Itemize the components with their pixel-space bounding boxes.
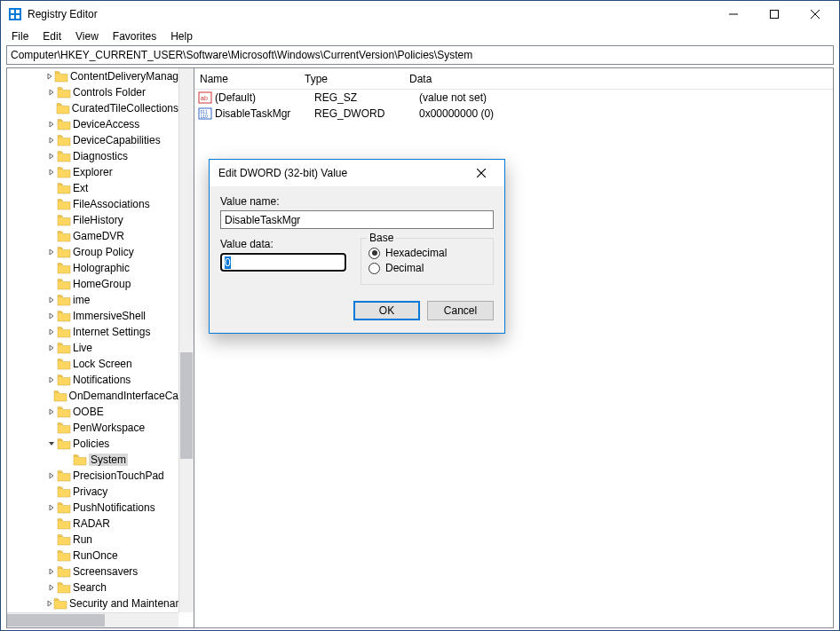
tree-item[interactable]: GameDVR: [7, 228, 178, 244]
tree-item[interactable]: FileAssociations: [7, 196, 178, 212]
tree-item[interactable]: Controls Folder: [7, 84, 178, 100]
tree-item[interactable]: HomeGroup: [7, 276, 178, 292]
tree-item[interactable]: Search: [7, 580, 178, 596]
column-name[interactable]: Name: [194, 69, 299, 89]
expand-icon[interactable]: [46, 120, 57, 130]
tree-item-label: RunOnce: [73, 549, 118, 562]
expand-icon[interactable]: [46, 471, 57, 481]
value-data-label: Value data:: [220, 238, 346, 250]
tree-item-label: Diagnostics: [73, 150, 128, 162]
menu-view[interactable]: View: [70, 28, 104, 44]
tree-item[interactable]: ImmersiveShell: [7, 308, 178, 324]
value-name-input[interactable]: [220, 210, 494, 229]
tree-item[interactable]: Run: [7, 532, 178, 548]
cell-name: DisableTaskMgr: [215, 107, 314, 120]
tree-item[interactable]: Holographic: [7, 260, 178, 276]
expand-icon[interactable]: [46, 168, 57, 177]
expand-icon[interactable]: [46, 599, 53, 609]
tree-item[interactable]: FileHistory: [7, 212, 178, 228]
menu-edit[interactable]: Edit: [37, 28, 67, 44]
tree-item[interactable]: OOBE: [7, 404, 178, 420]
expand-icon[interactable]: [46, 567, 57, 577]
tree-item[interactable]: Ext: [7, 180, 178, 196]
tree-item[interactable]: Privacy: [7, 484, 178, 500]
tree-item-label: Holographic: [73, 262, 130, 274]
base-group: Base Hexadecimal Decimal: [361, 238, 494, 285]
tree-item-label: Screensavers: [73, 565, 138, 578]
close-button[interactable]: [795, 1, 836, 28]
dialog-close-button[interactable]: [467, 160, 495, 186]
expand-icon[interactable]: [46, 72, 54, 82]
tree-item[interactable]: CuratedTileCollections: [7, 100, 178, 116]
radio-hexadecimal[interactable]: Hexadecimal: [368, 247, 486, 259]
tree-item-label: PushNotifications: [73, 501, 155, 514]
expand-icon[interactable]: [46, 375, 57, 385]
menu-favorites[interactable]: Favorites: [107, 28, 162, 44]
tree-item[interactable]: Explorer: [7, 164, 178, 180]
svg-text:110: 110: [201, 114, 209, 119]
expand-icon[interactable]: [46, 407, 57, 417]
tree-item-label: DeviceCapabilities: [73, 134, 161, 146]
tree-item-label: Search: [73, 581, 107, 594]
tree-item[interactable]: Lock Screen: [7, 356, 178, 372]
expand-icon[interactable]: [46, 503, 57, 513]
tree-item[interactable]: PenWorkspace: [7, 420, 178, 436]
radio-decimal[interactable]: Decimal: [368, 262, 486, 274]
value-data-input[interactable]: [220, 253, 346, 272]
expand-icon[interactable]: [46, 327, 57, 337]
expand-icon[interactable]: [46, 583, 57, 593]
tree-item[interactable]: DeviceCapabilities: [7, 132, 178, 148]
tree-item-label: Lock Screen: [73, 358, 132, 370]
scrollbar-thumb[interactable]: [180, 352, 193, 459]
tree-item[interactable]: Group Policy: [7, 244, 178, 260]
tree-vertical-scrollbar[interactable]: [178, 68, 194, 612]
expand-icon[interactable]: [46, 248, 57, 257]
tree-item-label: ContentDeliveryManag: [70, 70, 178, 83]
radio-label: Decimal: [385, 262, 424, 274]
tree-item-label: DeviceAccess: [73, 118, 139, 130]
tree-item[interactable]: PushNotifications: [7, 500, 178, 516]
ok-button[interactable]: OK: [353, 301, 420, 320]
maximize-button[interactable]: [754, 1, 795, 28]
tree-item[interactable]: Live: [7, 340, 178, 356]
tree-item[interactable]: Internet Settings: [7, 324, 178, 340]
tree-item[interactable]: System: [7, 452, 178, 468]
column-type[interactable]: Type: [299, 69, 404, 89]
tree-item-label: Explorer: [73, 166, 113, 178]
tree-item[interactable]: RADAR: [7, 516, 178, 532]
tree-item[interactable]: Diagnostics: [7, 148, 178, 164]
cell-type: REG_SZ: [314, 91, 419, 104]
scrollbar-thumb[interactable]: [7, 614, 105, 627]
value-name-label: Value name:: [220, 195, 494, 208]
tree-item[interactable]: Security and Maintenan: [7, 596, 178, 611]
cancel-button[interactable]: Cancel: [427, 301, 494, 320]
tree-item[interactable]: OnDemandInterfaceCa: [7, 388, 178, 404]
tree-item[interactable]: Notifications: [7, 372, 178, 388]
expand-icon[interactable]: [46, 343, 57, 353]
list-row[interactable]: 011110DisableTaskMgrREG_DWORD0x00000000 …: [194, 106, 833, 122]
tree-item[interactable]: Screensavers: [7, 564, 178, 580]
column-data[interactable]: Data: [404, 69, 833, 89]
menu-help[interactable]: Help: [165, 28, 198, 44]
svg-rect-4: [16, 15, 20, 19]
tree-item[interactable]: RunOnce: [7, 548, 178, 564]
expand-icon[interactable]: [46, 296, 57, 305]
tree-item[interactable]: PrecisionTouchPad: [7, 468, 178, 484]
expand-icon[interactable]: [46, 312, 57, 321]
menu-file[interactable]: File: [6, 28, 34, 44]
tree-item-label: ime: [73, 294, 90, 306]
expand-icon[interactable]: [46, 88, 57, 98]
list-row[interactable]: ab(Default)REG_SZ(value not set): [194, 90, 833, 106]
tree-item[interactable]: Policies: [7, 436, 178, 452]
tree-horizontal-scrollbar[interactable]: [7, 612, 178, 627]
tree-item[interactable]: DeviceAccess: [7, 116, 178, 132]
tree-item-label: ImmersiveShell: [73, 310, 146, 322]
minimize-button[interactable]: [713, 1, 754, 28]
collapse-icon[interactable]: [46, 439, 57, 449]
expand-icon[interactable]: [46, 136, 57, 146]
expand-icon[interactable]: [46, 152, 57, 162]
address-bar[interactable]: Computer\HKEY_CURRENT_USER\Software\Micr…: [6, 45, 834, 65]
tree-item[interactable]: ime: [7, 292, 178, 308]
cell-name: (Default): [215, 91, 314, 104]
tree-item[interactable]: ContentDeliveryManag: [7, 68, 178, 84]
